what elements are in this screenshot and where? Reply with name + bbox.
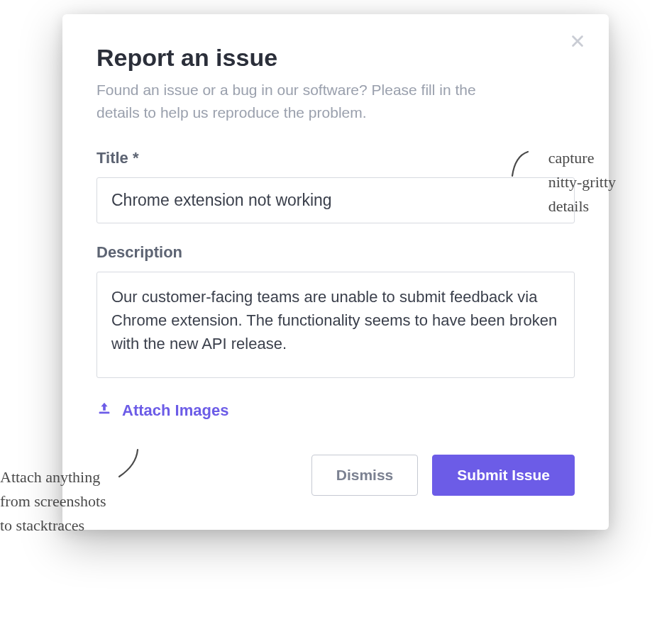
report-issue-modal: Report an issue Found an issue or a bug … <box>62 14 609 530</box>
attach-images-label: Attach Images <box>122 401 228 420</box>
annotation-bottom-left: Attach anything from screenshots to stac… <box>0 465 106 538</box>
button-row: Dismiss Submit Issue <box>96 455 575 496</box>
upload-icon <box>96 401 112 421</box>
title-label: Title * <box>96 149 575 167</box>
attach-images-link[interactable]: Attach Images <box>96 401 228 421</box>
submit-button[interactable]: Submit Issue <box>432 455 575 496</box>
modal-title: Report an issue <box>96 44 575 72</box>
modal-subtitle: Found an issue or a bug in our software?… <box>96 79 494 123</box>
description-textarea[interactable]: Our customer-facing teams are unable to … <box>96 272 575 378</box>
description-label: Description <box>96 243 575 262</box>
close-icon <box>570 33 585 52</box>
dismiss-button[interactable]: Dismiss <box>311 455 419 496</box>
title-input[interactable] <box>96 177 575 223</box>
close-button[interactable] <box>566 31 589 54</box>
svg-rect-2 <box>99 412 110 414</box>
